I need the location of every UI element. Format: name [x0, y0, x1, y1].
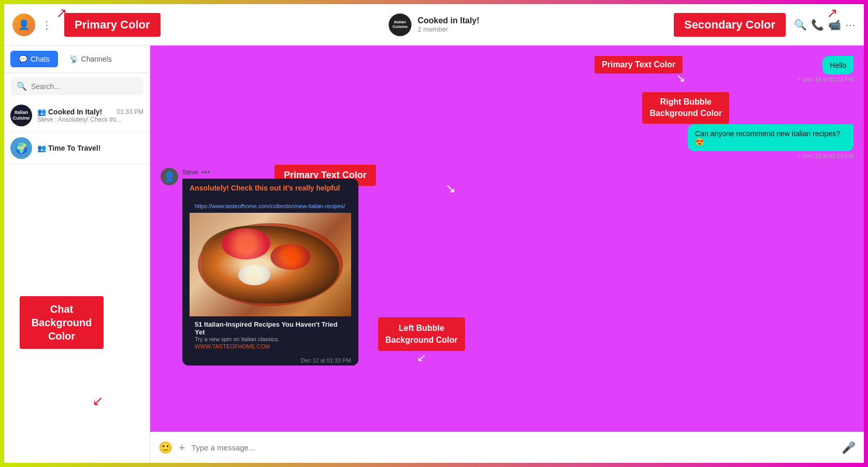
search-icon[interactable]: 🔍 [794, 19, 807, 31]
message-input[interactable] [192, 443, 835, 452]
group-avatar: ItalianCuisine [388, 13, 411, 36]
search-bar: 🔍 [10, 77, 143, 95]
food-image [190, 213, 351, 316]
chat-name-row-2: 👥 Time To Travel! [37, 144, 143, 152]
left-bubble: Ansolutely! Check this out it's really h… [182, 179, 358, 366]
header-center: ItalianCuisine Cooked in Italy! 2 member [388, 13, 479, 36]
arrow-primary-text-1: ↘ [445, 181, 456, 196]
chat-name-row-1: 👥 Cooked In Italy! 01:33 PM [37, 108, 143, 116]
main-content: 💬 Chats 📡 Channels 🔍 ItalianCuisine [4, 46, 864, 463]
chats-icon: 💬 [19, 55, 27, 63]
message-input-bar: 🙂 + 🎤 [150, 432, 864, 463]
tab-channels[interactable]: 📡 Channels [61, 51, 120, 67]
link-image [190, 213, 351, 316]
chat-time-1: 01:33 PM [117, 108, 143, 115]
link-url: https://www.tasteofhome.com/collection/n… [190, 198, 351, 213]
arrow-left-bubble: ↙ [378, 351, 465, 364]
emoji-button[interactable]: 🙂 [158, 441, 172, 455]
bubble-text: Ansolutely! Check this out it's really h… [190, 184, 351, 196]
chat-messages[interactable]: Hello ✓ Dec 12 at 01:13 PM Primary Text … [150, 46, 864, 432]
group-icon-2: 👥 [37, 144, 46, 152]
menu-dots-icon[interactable]: ⋮ [39, 17, 54, 33]
primary-text-color-label-2: Primary Text Color [595, 56, 683, 74]
steve-avatar: 👤 [161, 168, 178, 185]
chat-title-block: Cooked in Italy! 2 member [417, 16, 479, 33]
primary-color-label: Primary Color [64, 13, 161, 37]
arrow-primary-text-2: ↘ [676, 71, 685, 85]
group-icon-1: 👥 [37, 108, 46, 116]
chat-panel: Hello ✓ Dec 12 at 01:13 PM Primary Text … [150, 46, 864, 463]
phone-icon[interactable]: 📞 [811, 19, 824, 31]
right-bubble-hello: Hello [822, 56, 853, 75]
chat-preview-1: Steve : Ansolutely! Check thi... [37, 116, 143, 123]
search-icon: 🔍 [17, 81, 27, 91]
left-bubble-bg-label: Left BubbleBackground Color [378, 317, 465, 351]
right-bubble-bg-label: Right BubbleBackground Color [642, 92, 729, 124]
list-item[interactable]: ItalianCuisine 👥 Cooked In Italy! 01:33 … [4, 99, 150, 132]
sidebar: 💬 Chats 📡 Channels 🔍 ItalianCuisine [4, 46, 150, 463]
chat-avatar-2: 🌍 [10, 137, 32, 159]
message-time-2: ✓ Dec 12 at 01:14 PM [797, 153, 853, 159]
chat-info-1: 👥 Cooked In Italy! 01:33 PM Steve : Anso… [37, 108, 143, 123]
user-avatar[interactable]: 👤 [12, 13, 35, 36]
sidebar-tabs: 💬 Chats 📡 Channels [4, 46, 150, 73]
message-options-icon[interactable]: ••• [201, 168, 210, 177]
top-header: 👤 ⋮ Primary Color ItalianCuisine Cooked … [4, 4, 864, 46]
chat-avatar-1: ItalianCuisine [10, 105, 32, 126]
header-right: Secondary Color 🔍 📞 📹 ⋯ [674, 13, 856, 37]
right-bubble-recommend: Can anyone recommend new italian recipes… [688, 124, 853, 151]
chat-members: 2 member [417, 25, 479, 33]
list-item[interactable]: 🌍 👥 Time To Travel! [4, 132, 150, 165]
mic-button[interactable]: 🎤 [842, 441, 856, 455]
app-container: 👤 ⋮ Primary Color ItalianCuisine Cooked … [4, 4, 864, 463]
video-icon[interactable]: 📹 [828, 19, 841, 31]
message-time-3: Dec 12 at 01:33 PM [190, 355, 351, 366]
tab-chats[interactable]: 💬 Chats [10, 51, 58, 67]
secondary-color-label: Secondary Color [674, 13, 786, 37]
message-time-1: ✓ Dec 12 at 01:13 PM [797, 76, 853, 83]
bubble-wrapper-right: Hello ✓ Dec 12 at 01:13 PM [797, 56, 853, 83]
header-icons: 🔍 📞 📹 ⋯ [794, 19, 856, 31]
more-icon[interactable]: ⋯ [845, 19, 856, 31]
link-card: https://www.tasteofhome.com/collection/n… [190, 198, 351, 354]
link-footer: 51 Italian-Inspired Recipes You Haven't … [190, 316, 351, 354]
message-row: Can anyone recommend new italian recipes… [161, 124, 853, 159]
attach-button[interactable]: + [179, 441, 185, 455]
chat-name-2: 👥 Time To Travel! [37, 144, 100, 152]
message-row: Hello ✓ Dec 12 at 01:13 PM [161, 56, 853, 83]
chat-bg-annotation-area: ↙ Chat Background Color [9, 393, 104, 411]
left-bubble-annotation: Left BubbleBackground Color ↙ [378, 317, 465, 364]
header-left: 👤 ⋮ Primary Color [12, 13, 161, 37]
bubble-wrapper-right-2: Can anyone recommend new italian recipes… [688, 124, 853, 159]
chat-background-color-label: Chat Background Color [20, 296, 104, 349]
chat-title: Cooked in Italy! [417, 16, 479, 25]
chat-info-2: 👥 Time To Travel! [37, 144, 143, 152]
channels-icon: 📡 [69, 55, 78, 63]
message-row: 👤 Steve ••• Ansolutely! Check this out i… [161, 168, 853, 366]
chat-name-1: 👥 Cooked In Italy! [37, 108, 102, 116]
search-input[interactable] [31, 82, 137, 91]
bubble-wrapper-left: Steve ••• Ansolutely! Check this out it'… [182, 168, 358, 366]
sender-name: Steve ••• [182, 168, 210, 177]
